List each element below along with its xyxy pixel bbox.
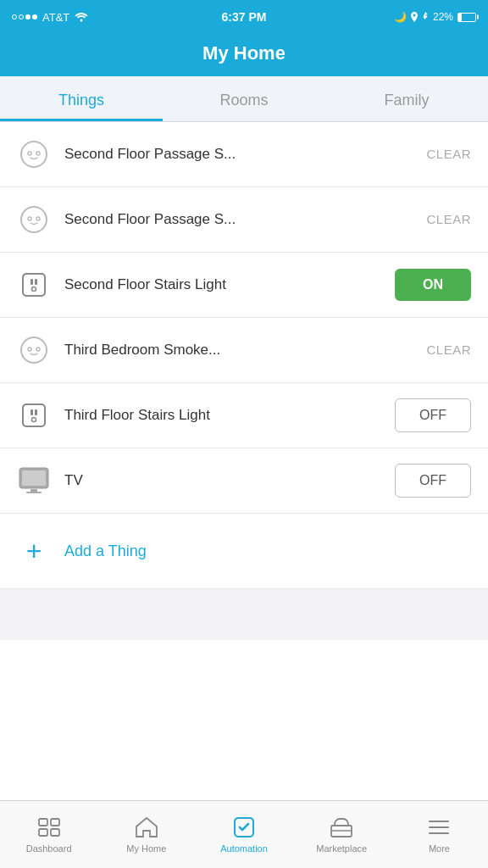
tab-rooms[interactable]: Rooms	[163, 76, 325, 121]
item-action[interactable]: CLEAR	[426, 212, 471, 227]
my-home-label: My Home	[126, 843, 166, 854]
list-item: Third Bedroom Smoke... CLEAR	[0, 318, 488, 383]
status-time: 6:37 PM	[222, 10, 267, 24]
bottom-tab-automation[interactable]: Automation	[195, 801, 292, 868]
more-label: More	[429, 843, 450, 854]
item-action[interactable]: ON	[395, 269, 471, 301]
status-left: AT&T	[12, 11, 88, 24]
bottom-tab-marketplace[interactable]: Marketplace	[293, 801, 391, 868]
clear-button[interactable]: CLEAR	[426, 212, 471, 226]
item-action[interactable]: OFF	[395, 464, 471, 498]
status-right: 🌙 22%	[394, 11, 476, 23]
automation-icon	[232, 815, 256, 839]
smoke-detector-icon	[17, 333, 51, 367]
add-thing-row[interactable]: + Add a Thing	[0, 514, 488, 589]
content-spacer	[0, 589, 488, 640]
add-icon: +	[17, 534, 51, 568]
clear-button[interactable]: CLEAR	[426, 147, 471, 161]
off-button[interactable]: OFF	[395, 464, 471, 498]
list-item: Second Floor Stairs Light ON	[0, 253, 488, 318]
item-name: Third Bedroom Smoke...	[64, 342, 416, 359]
dashboard-label: Dashboard	[26, 843, 72, 854]
list-item: Third Floor Stairs Light OFF	[0, 383, 488, 448]
svg-rect-21	[26, 492, 42, 493]
wifi-icon	[75, 12, 88, 22]
svg-rect-15	[30, 409, 33, 415]
svg-rect-24	[39, 829, 47, 836]
item-action[interactable]: CLEAR	[426, 342, 471, 358]
dashboard-icon	[37, 815, 61, 839]
bottom-tab-my-home[interactable]: My Home	[97, 801, 195, 868]
signal-dots	[12, 14, 37, 19]
tv-icon	[17, 464, 51, 498]
svg-point-1	[21, 142, 47, 167]
tab-things[interactable]: Things	[0, 76, 163, 121]
svg-rect-14	[23, 404, 45, 426]
bottom-tab-bar: Dashboard My Home Automation Mar	[0, 800, 488, 868]
svg-rect-23	[51, 819, 59, 826]
page-header: My Home	[0, 34, 488, 76]
svg-rect-16	[35, 409, 37, 415]
item-name: TV	[64, 472, 385, 489]
svg-rect-9	[35, 279, 37, 285]
page-title: My Home	[202, 42, 286, 64]
tab-family[interactable]: Family	[325, 76, 488, 121]
more-icon	[427, 815, 451, 839]
svg-rect-25	[51, 829, 59, 836]
item-action[interactable]: OFF	[395, 398, 471, 432]
list-item: Second Floor Passage S... CLEAR	[0, 122, 488, 187]
battery-fill	[458, 14, 462, 21]
smoke-detector-icon	[17, 203, 51, 236]
svg-rect-7	[23, 274, 45, 296]
outlet-icon	[17, 398, 51, 432]
clear-button[interactable]: CLEAR	[426, 342, 471, 357]
svg-rect-19	[22, 470, 46, 486]
list-item: TV OFF	[0, 448, 488, 514]
svg-point-11	[21, 337, 47, 363]
item-name: Second Floor Stairs Light	[64, 276, 385, 293]
marketplace-label: Marketplace	[316, 843, 367, 854]
bottom-tab-more[interactable]: More	[391, 801, 488, 868]
moon-icon: 🌙	[394, 11, 407, 23]
home-icon	[135, 815, 158, 839]
status-bar: AT&T 6:37 PM 🌙 22%	[0, 0, 488, 34]
signal-dot-4	[32, 14, 37, 19]
automation-label: Automation	[220, 843, 268, 854]
list-item: Second Floor Passage S... CLEAR	[0, 187, 488, 253]
item-name: Third Floor Stairs Light	[64, 407, 385, 424]
plus-icon: +	[26, 537, 42, 565]
svg-point-4	[21, 207, 47, 232]
marketplace-icon	[330, 815, 353, 839]
location-icon	[411, 12, 418, 22]
svg-point-0	[80, 19, 83, 22]
off-button[interactable]: OFF	[395, 398, 471, 432]
signal-dot-3	[25, 14, 30, 19]
item-name: Second Floor Passage S...	[64, 146, 416, 163]
add-thing-label: Add a Thing	[64, 542, 147, 560]
signal-dot-1	[12, 14, 17, 19]
outlet-icon	[17, 268, 51, 302]
on-button[interactable]: ON	[395, 269, 471, 301]
battery-icon	[458, 13, 476, 22]
bluetooth-icon	[422, 12, 429, 22]
item-name: Second Floor Passage S...	[64, 211, 416, 228]
signal-dot-2	[19, 14, 24, 19]
svg-rect-8	[30, 279, 33, 285]
bottom-tab-dashboard[interactable]: Dashboard	[0, 801, 97, 868]
item-action[interactable]: CLEAR	[426, 147, 471, 162]
battery-percentage: 22%	[433, 11, 453, 23]
content-area: Second Floor Passage S... CLEAR Second F…	[0, 122, 488, 800]
carrier-label: AT&T	[42, 11, 69, 24]
svg-rect-22	[39, 819, 47, 826]
top-tab-bar: Things Rooms Family	[0, 76, 488, 122]
smoke-detector-icon	[17, 137, 51, 171]
